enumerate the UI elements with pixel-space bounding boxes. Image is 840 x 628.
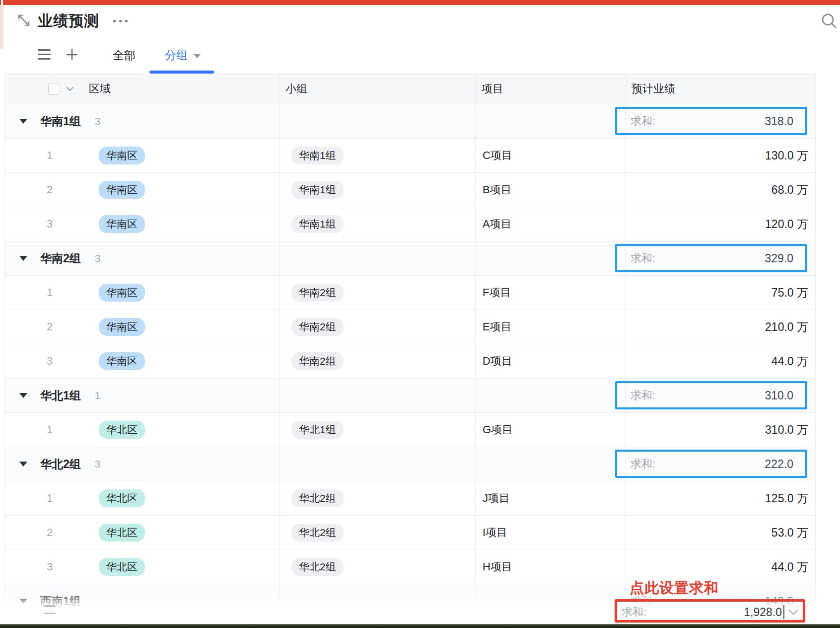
- row-region-cell[interactable]: 1华北区: [4, 481, 280, 515]
- group-header-cell[interactable]: 华南2组3: [4, 241, 280, 275]
- row-number: 1: [4, 149, 95, 162]
- row-project-cell[interactable]: I项目: [476, 516, 626, 550]
- column-header-label[interactable]: 区域: [89, 81, 111, 96]
- row-team-cell[interactable]: 华南1组: [280, 207, 476, 241]
- group-sum-cell[interactable]: 求和:318.0: [626, 104, 815, 138]
- row-region-cell[interactable]: 2华北区: [4, 516, 280, 550]
- row-team-cell[interactable]: 华北2组: [280, 550, 476, 584]
- total-sum-label: 求和:: [622, 605, 646, 620]
- row-value-cell[interactable]: 130.0 万: [626, 139, 815, 172]
- row-region-cell[interactable]: 2华南区: [4, 173, 280, 207]
- team-tag: 华南1组: [291, 215, 344, 233]
- team-tag: 华南1组: [291, 147, 344, 164]
- header-cell-forecast[interactable]: 预计业绩: [626, 74, 815, 104]
- region-tag: 华南区: [99, 215, 145, 233]
- team-tag: 华南2组: [291, 318, 344, 336]
- team-tag: 华北1组: [291, 421, 344, 439]
- group-sum-cell[interactable]: 求和:222.0: [626, 447, 815, 481]
- row-project-cell[interactable]: D项目: [476, 344, 626, 378]
- row-project-cell[interactable]: E项目: [476, 310, 626, 344]
- group-empty-cell: [476, 104, 626, 138]
- total-sum-control[interactable]: 求和: 1,928.0: [622, 602, 798, 622]
- header-cell-team[interactable]: 小组: [280, 74, 476, 104]
- group-sum-cell[interactable]: 求和:329.0: [626, 241, 815, 275]
- row-region-cell[interactable]: 3华南区: [4, 207, 280, 241]
- row-region-cell[interactable]: 3华南区: [4, 344, 280, 378]
- row-project-cell[interactable]: H项目: [476, 550, 626, 584]
- view-list-icon[interactable]: [38, 49, 51, 60]
- region-tag: 华北区: [99, 489, 145, 507]
- row-region-cell[interactable]: 1华北区: [4, 413, 280, 447]
- row-project-cell[interactable]: F项目: [476, 276, 626, 310]
- tab-grouped[interactable]: 分组: [165, 48, 201, 63]
- region-tag: 华北区: [99, 524, 145, 542]
- row-value-cell[interactable]: 125.0 万: [626, 481, 815, 515]
- row-team-cell[interactable]: 华北2组: [280, 481, 476, 515]
- row-team-cell[interactable]: 华北1组: [280, 413, 476, 447]
- row-value-cell[interactable]: 53.0 万: [626, 516, 815, 550]
- region-tag: 华南区: [99, 352, 145, 370]
- collapse-triangle-icon[interactable]: [19, 256, 27, 261]
- team-tag: 华北2组: [291, 558, 344, 576]
- table-row: 3华南区华南1组A项目120.0 万: [4, 207, 815, 241]
- team-tag: 华北2组: [291, 489, 344, 507]
- group-title: 华南2组: [40, 251, 81, 266]
- row-value-cell[interactable]: 75.0 万: [626, 276, 815, 310]
- group-sum-cell[interactable]: 求和:310.0: [626, 379, 815, 412]
- chevron-down-icon: [194, 54, 201, 58]
- group-empty-cell: [476, 241, 626, 275]
- row-project-cell[interactable]: G项目: [476, 413, 626, 447]
- equals-icon: [44, 605, 56, 614]
- page-title: 业绩预测: [38, 11, 99, 31]
- region-tag: 华南区: [99, 318, 145, 336]
- group-header-cell[interactable]: 华南1组3: [4, 104, 280, 138]
- grouped-data-table: 区域 小组 项目 预计业绩 华南1组3求和:318.01华南区华南1组C项目13…: [4, 74, 816, 619]
- group-empty-cell: [476, 447, 626, 481]
- row-team-cell[interactable]: 华北2组: [280, 516, 476, 550]
- row-project-cell[interactable]: J项目: [476, 481, 626, 515]
- more-menu-icon[interactable]: [113, 20, 128, 22]
- collapse-triangle-icon[interactable]: [19, 393, 27, 398]
- row-region-cell[interactable]: 1华南区: [4, 276, 280, 310]
- row-region-cell[interactable]: 2华南区: [4, 310, 280, 344]
- browser-top-accent-bar: [3, 0, 840, 5]
- row-team-cell[interactable]: 华南1组: [280, 139, 476, 172]
- header-cell-project[interactable]: 项目: [476, 74, 626, 104]
- expand-icon[interactable]: [16, 13, 31, 28]
- row-value-cell[interactable]: 120.0 万: [626, 207, 815, 241]
- group-empty-cell: [280, 241, 476, 275]
- row-project-cell[interactable]: C项目: [476, 139, 626, 172]
- row-team-cell[interactable]: 华南2组: [280, 310, 476, 344]
- group-header-cell[interactable]: 华北2组3: [4, 447, 280, 481]
- table-header-row: 区域 小组 项目 预计业绩: [4, 74, 815, 104]
- row-project-cell[interactable]: B项目: [476, 173, 626, 207]
- row-value-cell[interactable]: 310.0 万: [626, 413, 815, 447]
- row-region-cell[interactable]: 3华北区: [4, 550, 280, 584]
- collapse-triangle-icon[interactable]: [19, 462, 27, 467]
- row-team-cell[interactable]: 华南2组: [280, 344, 476, 378]
- group-sum-value: 222.0: [765, 458, 815, 471]
- row-value-cell[interactable]: 210.0 万: [626, 310, 815, 344]
- select-all-checkbox[interactable]: [48, 83, 60, 95]
- chevron-down-icon[interactable]: [788, 609, 798, 615]
- group-title: 华南1组: [40, 114, 81, 129]
- row-team-cell[interactable]: 华南2组: [280, 276, 476, 310]
- table-row: 2华南区华南1组B项目68.0 万: [4, 173, 815, 207]
- row-value-cell[interactable]: 68.0 万: [626, 173, 815, 207]
- group-title: 华北2组: [40, 457, 81, 472]
- row-team-cell[interactable]: 华南1组: [280, 173, 476, 207]
- group-header-cell[interactable]: 华北1组1: [4, 379, 280, 412]
- add-view-icon[interactable]: [65, 48, 79, 62]
- row-project-cell[interactable]: A项目: [476, 207, 626, 241]
- tab-all[interactable]: 全部: [113, 48, 136, 63]
- tab-grouped-label: 分组: [165, 48, 188, 63]
- group-record-count: 3: [95, 115, 101, 127]
- table-row: 2华南区华南2组E项目210.0 万: [4, 310, 815, 344]
- chevron-down-icon[interactable]: [66, 86, 74, 91]
- collapse-triangle-icon[interactable]: [19, 119, 27, 124]
- group-empty-cell: [280, 104, 476, 138]
- row-value-cell[interactable]: 44.0 万: [626, 344, 815, 378]
- table-row: 3华南区华南2组D项目44.0 万: [4, 344, 815, 379]
- search-icon[interactable]: [820, 12, 838, 30]
- row-region-cell[interactable]: 1华南区: [4, 139, 280, 172]
